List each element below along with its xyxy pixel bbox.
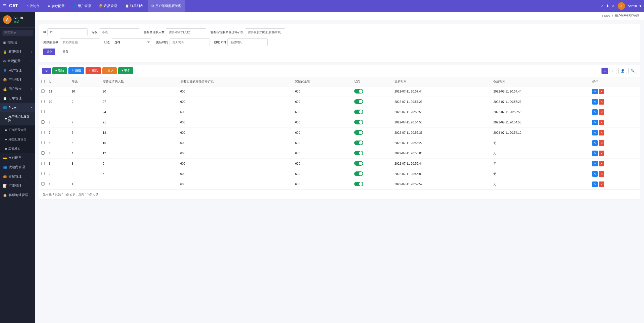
row-checkbox[interactable] bbox=[41, 172, 45, 175]
status-toggle[interactable] bbox=[354, 110, 363, 114]
sidebar-search-input[interactable] bbox=[2, 30, 33, 36]
delete-row-button[interactable]: ✕ bbox=[599, 130, 604, 135]
refresh-button[interactable]: ↺ bbox=[42, 68, 51, 74]
delete-row-button[interactable]: ✕ bbox=[599, 171, 604, 177]
list-view-button[interactable]: ≡ bbox=[601, 68, 608, 74]
sidebar-item-service-addr[interactable]: 🏠 客服地址管理 bbox=[0, 191, 35, 200]
status-toggle[interactable] bbox=[354, 182, 363, 186]
status-toggle[interactable] bbox=[354, 161, 363, 166]
toolbar-right: ≡ ⊞ 👤 🔍 bbox=[601, 68, 637, 74]
grid-view-button[interactable]: ⊞ bbox=[610, 68, 617, 74]
status-toggle[interactable] bbox=[354, 99, 363, 104]
delete-row-button[interactable]: ✕ bbox=[599, 151, 604, 156]
table-search-button[interactable]: 🔍 bbox=[628, 68, 637, 74]
status-toggle[interactable] bbox=[354, 171, 363, 176]
row-checkbox[interactable] bbox=[41, 141, 45, 144]
edit-row-button[interactable]: ✎ bbox=[592, 89, 598, 94]
row-checkbox[interactable] bbox=[41, 131, 45, 134]
filter-submit-button[interactable]: 提交 bbox=[43, 49, 55, 55]
edit-row-button[interactable]: ✎ bbox=[592, 161, 598, 166]
filter-id-input[interactable] bbox=[47, 28, 88, 36]
edit-row-button[interactable]: ✎ bbox=[592, 109, 598, 115]
edit-button[interactable]: ✎ 编辑 bbox=[68, 67, 84, 74]
import-button[interactable]: ↑ 导入 bbox=[102, 67, 117, 74]
main-content: Proxy / 用户等级配置管理 Id 等级 需要邀请的人 bbox=[35, 12, 644, 323]
filter-update-input[interactable] bbox=[170, 38, 210, 46]
cell-actions: ✎ ✕ bbox=[590, 169, 640, 179]
edit-row-button[interactable]: ✎ bbox=[592, 120, 598, 125]
sidebar-avatar: A bbox=[3, 15, 12, 24]
status-toggle[interactable] bbox=[354, 151, 363, 155]
sidebar-item-order-mgmt[interactable]: 📋 订单管理 › bbox=[0, 94, 35, 103]
hamburger-icon[interactable]: ☰ bbox=[3, 4, 6, 8]
filter-reward-input[interactable] bbox=[60, 38, 100, 46]
download-icon[interactable]: ⬇ bbox=[606, 4, 609, 8]
sidebar-item-product-mgmt[interactable]: 📦 产品管理 bbox=[0, 75, 35, 84]
sidebar-item-wage-send[interactable]: ■ 工资发放 bbox=[0, 144, 35, 153]
sidebar-item-proxy[interactable]: 🌐 Proxy ∨ bbox=[0, 103, 35, 112]
sidebar-item-common-config[interactable]: ⚙ 常规配置 › bbox=[0, 57, 35, 66]
row-checkbox[interactable] bbox=[41, 162, 45, 165]
edit-row-button[interactable]: ✎ bbox=[592, 181, 598, 187]
close-icon[interactable]: ✕ bbox=[612, 4, 615, 8]
status-toggle[interactable] bbox=[354, 120, 363, 124]
sidebar-item-permissions[interactable]: 🔒 权限管理 › bbox=[0, 47, 35, 57]
sidebar-item-dashboard[interactable]: ▣ 控制台 bbox=[0, 38, 35, 47]
edit-row-button[interactable]: ✎ bbox=[592, 140, 598, 146]
status-toggle[interactable] bbox=[354, 89, 363, 94]
delete-row-button[interactable]: ✕ bbox=[599, 140, 604, 146]
home-icon[interactable]: ⌂ bbox=[601, 4, 603, 8]
sidebar-item-pay-config[interactable]: 💳 支付配置 bbox=[0, 153, 35, 163]
select-all-checkbox[interactable] bbox=[41, 80, 45, 83]
delete-row-button[interactable]: ✕ bbox=[599, 120, 604, 125]
sidebar-item-dist-config[interactable]: ■ 分红配置管理 bbox=[0, 135, 35, 144]
col-level: 等级 bbox=[70, 77, 101, 86]
more-button[interactable]: ● 更多 bbox=[118, 67, 133, 74]
delete-row-button[interactable]: ✕ bbox=[599, 181, 604, 187]
status-toggle[interactable] bbox=[354, 141, 363, 145]
sidebar-item-audit[interactable]: 📝 汇率管理 bbox=[0, 181, 35, 191]
nav-item-level-config[interactable]: ⚙ 用户等级配置管理 bbox=[148, 0, 185, 12]
wage-icon: ■ bbox=[5, 128, 7, 132]
edit-row-button[interactable]: ✎ bbox=[592, 130, 598, 135]
row-checkbox[interactable] bbox=[41, 151, 45, 155]
sidebar-item-user-mgmt[interactable]: 👤 用户管理 › bbox=[0, 66, 35, 75]
cell-update-time: 2022-07-11 20:57:44 bbox=[392, 86, 491, 97]
delete-row-button[interactable]: ✕ bbox=[599, 161, 604, 166]
row-checkbox[interactable] bbox=[41, 182, 45, 186]
user-dropdown-icon[interactable]: ▾ bbox=[639, 4, 641, 8]
row-checkbox[interactable] bbox=[41, 110, 45, 113]
row-checkbox[interactable] bbox=[41, 100, 45, 103]
sidebar-item-promo-mgmt[interactable]: 🎁 营销管理 › bbox=[0, 172, 35, 181]
sidebar-item-level-config[interactable]: ■ 用户等级配置管理 bbox=[0, 112, 35, 125]
row-checkbox[interactable] bbox=[41, 89, 45, 93]
sidebar-item-wage-config[interactable]: ■ 工资配置管理 bbox=[0, 125, 35, 135]
add-button[interactable]: + 添加 bbox=[52, 67, 67, 74]
filter-status-select[interactable]: 选择 bbox=[112, 38, 152, 46]
filter-create-input[interactable] bbox=[227, 38, 268, 46]
delete-row-button[interactable]: ✕ bbox=[599, 89, 604, 94]
edit-row-button[interactable]: ✎ bbox=[592, 151, 598, 156]
nav-item-params[interactable]: ⚙ 参数配置 bbox=[44, 0, 68, 12]
cell-invites: 30 bbox=[101, 86, 178, 97]
nav-item-products[interactable]: 📦 产品管理 bbox=[95, 0, 120, 12]
sidebar-item-agent-mgmt[interactable]: 👥 代销商管理 › bbox=[0, 163, 35, 172]
sidebar-item-user-funds[interactable]: 💰 用户资金 › bbox=[0, 84, 35, 94]
delete-button[interactable]: ✕ 删除 bbox=[86, 67, 101, 74]
filter-miner-input[interactable] bbox=[245, 28, 285, 36]
delete-row-button[interactable]: ✕ bbox=[599, 109, 604, 115]
filter-reset-button[interactable]: 重置 bbox=[59, 49, 71, 55]
filter-level-input[interactable] bbox=[99, 28, 139, 36]
column-config-button[interactable]: 👤 bbox=[618, 68, 627, 74]
cell-create-time: 2022-07-11 20:54:55 bbox=[491, 117, 590, 128]
nav-item-orders[interactable]: 📋 订单列表 bbox=[122, 0, 147, 12]
edit-row-button[interactable]: ✎ bbox=[592, 171, 598, 177]
status-toggle[interactable] bbox=[354, 130, 363, 135]
col-id: Id bbox=[47, 77, 70, 86]
delete-row-button[interactable]: ✕ bbox=[599, 99, 604, 105]
nav-item-users[interactable]: 👤 用户管理 bbox=[69, 0, 94, 12]
nav-item-dashboard[interactable]: ⌂ 控制台 bbox=[23, 0, 43, 12]
edit-row-button[interactable]: ✎ bbox=[592, 99, 598, 105]
filter-invites-input[interactable] bbox=[166, 28, 206, 36]
row-checkbox[interactable] bbox=[41, 120, 45, 124]
